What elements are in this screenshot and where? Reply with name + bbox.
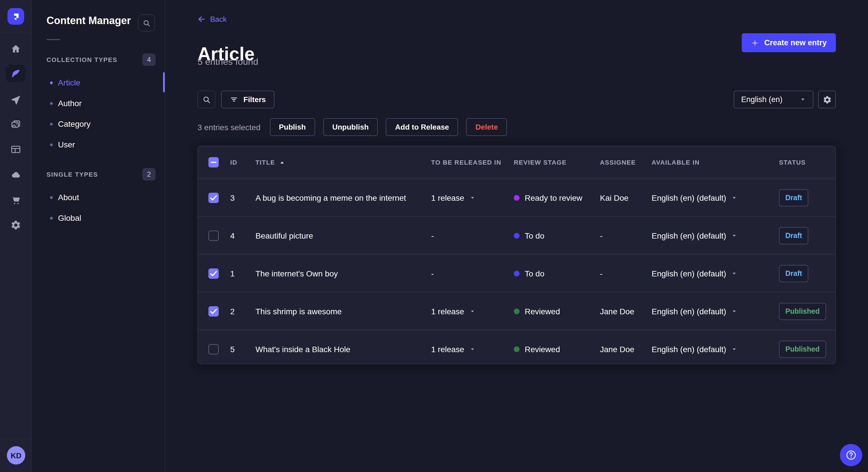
arrow-left-icon	[197, 15, 206, 24]
settings-icon	[10, 220, 21, 230]
column-label: TO BE RELEASED IN	[431, 159, 501, 166]
chevron-down-icon	[732, 233, 737, 238]
filters-button[interactable]: Filters	[221, 91, 274, 108]
back-link[interactable]: Back	[197, 15, 227, 24]
cell-available-in[interactable]: English (en) (default)	[652, 307, 779, 316]
table-row[interactable]: 4 Beautiful picture - To do - English (e…	[198, 216, 835, 254]
cell-assignee: Jane Doe	[600, 344, 652, 353]
section-count-badge: 4	[143, 53, 156, 66]
row-checkbox[interactable]	[208, 230, 219, 241]
rail-content-manager-button[interactable]	[6, 65, 25, 82]
table-row[interactable]: 5 What's inside a Black Hole 1 release R…	[198, 330, 835, 364]
rail-marketplace-button[interactable]	[7, 192, 24, 208]
bullet-icon	[50, 102, 53, 105]
section-header: SINGLE TYPES 2	[32, 167, 165, 181]
row-checkbox-cell	[198, 193, 230, 203]
table-header-row: ID TITLE TO BE RELEASED IN REVIEW STAGE …	[198, 146, 835, 178]
column-label: STATUS	[779, 159, 806, 166]
column-header-to-be-released-in[interactable]: TO BE RELEASED IN	[431, 159, 514, 166]
strapi-logo[interactable]	[7, 8, 24, 25]
subnav-section: SINGLE TYPES 2 About Global	[32, 167, 165, 228]
column-header-assignee[interactable]: ASSIGNEE	[600, 159, 652, 166]
row-checkbox[interactable]	[208, 344, 219, 354]
section-label: COLLECTION TYPES	[46, 56, 117, 63]
status-badge: Draft	[779, 265, 808, 282]
sidebar-item-category[interactable]: Category	[32, 113, 165, 134]
table-row[interactable]: 2 This shrimp is awesome 1 release Revie…	[198, 292, 835, 330]
stage-label: Reviewed	[525, 307, 560, 316]
stage-label: Ready to review	[525, 193, 582, 202]
create-new-entry-button[interactable]: Create new entry	[742, 33, 836, 52]
stage-dot-icon	[514, 195, 520, 200]
locale-value: English (en) (default)	[652, 344, 726, 353]
cell-assignee: Kai Doe	[600, 193, 652, 202]
unpublish-button[interactable]: Unpublish	[323, 118, 378, 136]
cell-available-in[interactable]: English (en) (default)	[652, 344, 779, 353]
row-checkbox[interactable]	[208, 193, 219, 203]
locale-select[interactable]: English (en)	[734, 91, 813, 108]
subnav-search-button[interactable]	[138, 14, 155, 32]
rail-settings-button[interactable]	[7, 217, 24, 233]
chevron-down-icon	[469, 195, 475, 200]
column-header-id[interactable]: ID	[230, 159, 255, 166]
marketplace-icon	[10, 194, 21, 205]
publish-button[interactable]: Publish	[270, 118, 315, 136]
column-header-review-stage[interactable]: REVIEW STAGE	[514, 159, 600, 166]
cell-title: The internet's Own boy	[255, 269, 431, 278]
main-content: Back Article 5 entries found Create new …	[165, 0, 868, 472]
row-checkbox[interactable]	[208, 268, 219, 278]
sidebar-item-author[interactable]: Author	[32, 93, 165, 113]
rail-content-type-builder-button[interactable]	[7, 141, 24, 157]
cell-id: 3	[230, 193, 255, 202]
cell-status: Published	[779, 340, 835, 358]
plus-icon	[751, 39, 759, 47]
help-button[interactable]	[840, 444, 862, 466]
view-settings-button[interactable]	[818, 91, 836, 108]
rail-deploy-button[interactable]	[7, 166, 24, 182]
cell-available-in[interactable]: English (en) (default)	[652, 193, 779, 202]
cell-to-be-released-in[interactable]: 1 release	[431, 344, 514, 353]
sidebar-item-user[interactable]: User	[32, 134, 165, 155]
chevron-down-icon	[732, 195, 737, 200]
rail-releases-button[interactable]	[7, 92, 24, 108]
cell-to-be-released-in[interactable]: 1 release	[431, 307, 514, 316]
cell-available-in[interactable]: English (en) (default)	[652, 231, 779, 240]
home-icon	[10, 43, 21, 54]
row-checkbox[interactable]	[208, 306, 219, 316]
create-new-entry-label: Create new entry	[764, 38, 827, 47]
sidebar-item-global[interactable]: Global	[32, 208, 165, 228]
table-search-button[interactable]	[197, 91, 215, 108]
status-badge: Draft	[779, 227, 808, 244]
strapi-admin: KD Content Manager COLLECTION TYPES 4 Ar…	[0, 0, 868, 472]
add-to-release-button[interactable]: Add to Release	[386, 118, 458, 136]
column-label: REVIEW STAGE	[514, 159, 567, 166]
user-avatar[interactable]: KD	[7, 446, 25, 465]
sidebar-item-label: Global	[58, 213, 81, 223]
table-row[interactable]: 1 The internet's Own boy - To do - Engli…	[198, 254, 835, 292]
table-body: 3 A bug is becoming a meme on the intern…	[198, 178, 835, 364]
release-value: -	[431, 231, 434, 240]
chevron-down-icon	[469, 308, 475, 314]
cell-title: This shrimp is awesome	[255, 307, 431, 316]
rail-divider	[0, 33, 32, 33]
sidebar-item-about[interactable]: About	[32, 187, 165, 208]
cell-title: Beautiful picture	[255, 231, 431, 240]
cell-to-be-released-in[interactable]: 1 release	[431, 193, 514, 202]
cell-status: Draft	[779, 265, 835, 282]
chevron-down-icon	[732, 346, 737, 352]
rail-media-library-button[interactable]	[7, 116, 24, 133]
table-row[interactable]: 3 A bug is becoming a meme on the intern…	[198, 178, 835, 216]
delete-button[interactable]: Delete	[466, 118, 507, 136]
stage-dot-icon	[514, 308, 520, 314]
column-header-title[interactable]: TITLE	[255, 159, 431, 166]
sidebar-item-article[interactable]: Article	[32, 72, 165, 93]
select-all-checkbox[interactable]	[208, 157, 219, 167]
column-header-status[interactable]: STATUS	[779, 159, 835, 166]
sidebar-item-label: User	[58, 140, 75, 149]
column-header-available-in[interactable]: AVAILABLE IN	[652, 159, 779, 166]
locale-value: English (en) (default)	[652, 193, 726, 202]
rail-home-button[interactable]	[7, 41, 24, 57]
strapi-logo-icon	[10, 10, 22, 22]
cell-available-in[interactable]: English (en) (default)	[652, 269, 779, 278]
stage-dot-icon	[514, 270, 520, 276]
